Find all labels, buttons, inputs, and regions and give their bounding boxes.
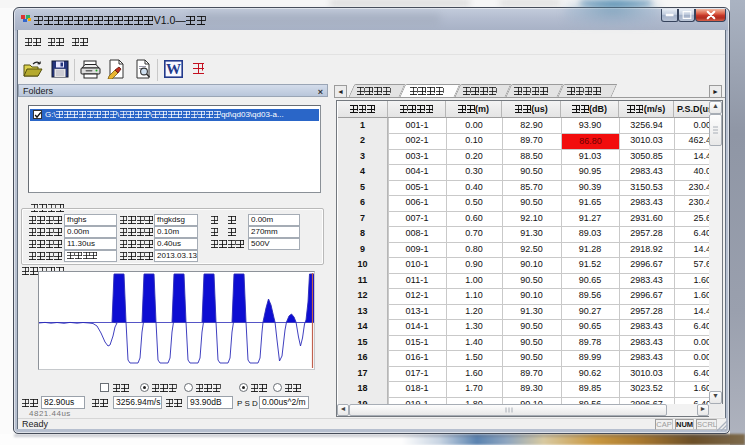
svg-text:W: W [166, 61, 181, 77]
